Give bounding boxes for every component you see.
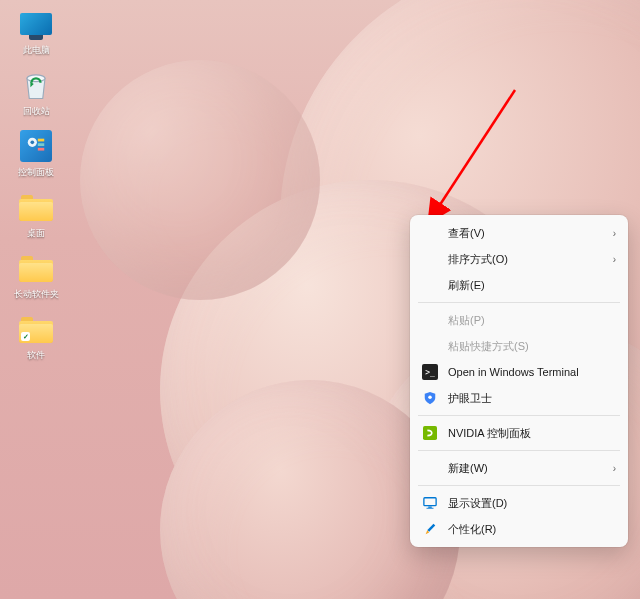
desktop-icon-label: 回收站 xyxy=(23,105,50,118)
svg-rect-8 xyxy=(423,426,437,440)
folder-icon xyxy=(18,189,54,225)
blank-icon xyxy=(422,338,438,354)
menu-item-label: 排序方式(O) xyxy=(448,252,607,267)
menu-separator xyxy=(418,302,620,303)
menu-item-terminal[interactable]: >_ Open in Windows Terminal xyxy=(410,359,628,385)
desktop-icon-label: 软件 xyxy=(27,349,45,362)
svg-rect-10 xyxy=(428,507,432,508)
desktop-icon-label: 控制面板 xyxy=(18,166,54,179)
svg-point-5 xyxy=(31,141,35,145)
control-panel-icon xyxy=(18,128,54,164)
nvidia-icon xyxy=(422,425,438,441)
chevron-right-icon: › xyxy=(613,228,616,239)
menu-item-new[interactable]: 新建(W) › xyxy=(410,455,628,481)
blank-icon xyxy=(422,225,438,241)
menu-separator xyxy=(418,485,620,486)
menu-item-label: 个性化(R) xyxy=(448,522,616,537)
menu-separator xyxy=(418,415,620,416)
display-icon xyxy=(422,495,438,511)
svg-rect-4 xyxy=(38,148,44,151)
desktop-icons: 此电脑 回收站 控制面板 桌面 长动软件夹 ✓ 软件 xyxy=(6,6,66,362)
chevron-right-icon: › xyxy=(613,254,616,265)
menu-item-label: 粘贴快捷方式(S) xyxy=(448,339,616,354)
context-menu: 查看(V) › 排序方式(O) › 刷新(E) 粘贴(P) 粘贴快捷方式(S) … xyxy=(410,215,628,547)
menu-item-label: 刷新(E) xyxy=(448,278,616,293)
desktop-icon-control-panel[interactable]: 控制面板 xyxy=(6,128,66,179)
terminal-icon: >_ xyxy=(422,364,438,380)
blank-icon xyxy=(422,251,438,267)
menu-item-label: Open in Windows Terminal xyxy=(448,366,616,378)
menu-item-personalize[interactable]: 个性化(R) xyxy=(410,516,628,542)
menu-item-label: 显示设置(D) xyxy=(448,496,616,511)
svg-rect-9 xyxy=(424,498,436,506)
svg-point-7 xyxy=(428,395,432,399)
svg-rect-3 xyxy=(38,143,44,146)
menu-item-view[interactable]: 查看(V) › xyxy=(410,220,628,246)
chevron-right-icon: › xyxy=(613,463,616,474)
folder-icon: ✓ xyxy=(18,311,54,347)
menu-item-label: 粘贴(P) xyxy=(448,313,616,328)
blank-icon xyxy=(422,277,438,293)
desktop-icon-folder-2[interactable]: 长动软件夹 xyxy=(6,250,66,301)
menu-item-label: NVIDIA 控制面板 xyxy=(448,426,616,441)
paintbrush-icon xyxy=(422,521,438,537)
desktop-icon-folder-1[interactable]: 桌面 xyxy=(6,189,66,240)
menu-item-sort[interactable]: 排序方式(O) › xyxy=(410,246,628,272)
svg-rect-11 xyxy=(427,508,434,509)
menu-item-paste: 粘贴(P) xyxy=(410,307,628,333)
desktop-icon-folder-3[interactable]: ✓ 软件 xyxy=(6,311,66,362)
menu-item-eye-guard[interactable]: 护眼卫士 xyxy=(410,385,628,411)
blank-icon xyxy=(422,312,438,328)
desktop-icon-this-pc[interactable]: 此电脑 xyxy=(6,6,66,57)
menu-item-nvidia[interactable]: NVIDIA 控制面板 xyxy=(410,420,628,446)
menu-item-label: 新建(W) xyxy=(448,461,607,476)
menu-item-paste-shortcut: 粘贴快捷方式(S) xyxy=(410,333,628,359)
desktop-icon-label: 此电脑 xyxy=(23,44,50,57)
menu-separator xyxy=(418,450,620,451)
shield-icon xyxy=(422,390,438,406)
svg-rect-2 xyxy=(38,139,44,142)
blank-icon xyxy=(422,460,438,476)
desktop-icon-recycle-bin[interactable]: 回收站 xyxy=(6,67,66,118)
menu-item-display-settings[interactable]: 显示设置(D) xyxy=(410,490,628,516)
this-pc-icon xyxy=(18,6,54,42)
desktop-icon-label: 桌面 xyxy=(27,227,45,240)
desktop-icon-label: 长动软件夹 xyxy=(14,288,59,301)
menu-item-label: 查看(V) xyxy=(448,226,607,241)
recycle-bin-icon xyxy=(18,67,54,103)
menu-item-label: 护眼卫士 xyxy=(448,391,616,406)
folder-icon xyxy=(18,250,54,286)
menu-item-refresh[interactable]: 刷新(E) xyxy=(410,272,628,298)
